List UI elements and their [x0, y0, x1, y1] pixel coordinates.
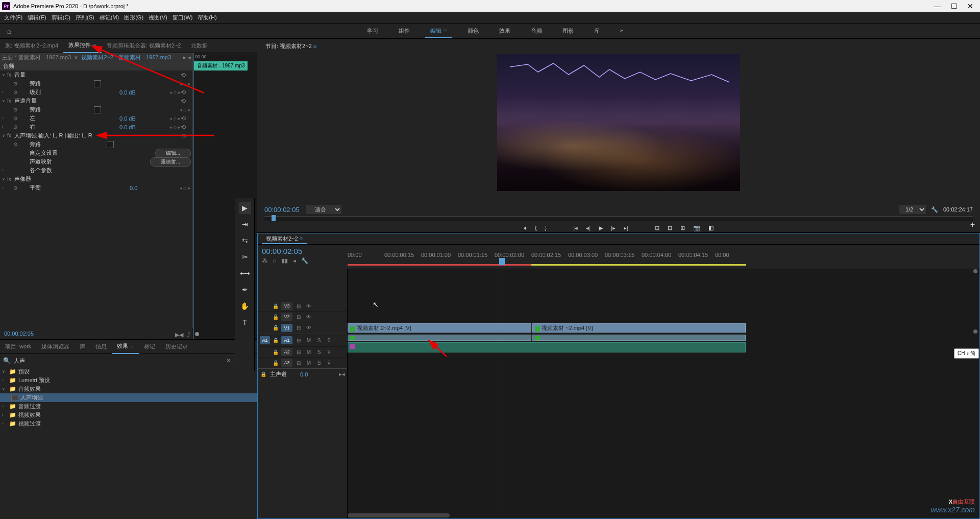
tab-markers[interactable]: 标记 [139, 340, 160, 353]
extract-icon[interactable]: ⊡ [668, 225, 672, 231]
track-master[interactable]: 🔒 主声道 0.0 ▸◂ [258, 368, 347, 380]
tab-audio-mixer[interactable]: 音频剪辑混合器: 视频素材2~2 [102, 39, 186, 53]
settings-tl-icon[interactable]: ◂ [293, 257, 296, 264]
ec-voice-channel-map[interactable]: 声道映射 重映射... [0, 157, 193, 166]
menu-window[interactable]: 窗口(W) [170, 13, 195, 22]
export-frame-icon[interactable]: ⊞ [680, 225, 685, 231]
tab-metadata[interactable]: 元数据 [186, 39, 213, 53]
tab-source[interactable]: 源: 视频素材2~2.mp4 [0, 39, 63, 53]
timeline-sequence-tab[interactable]: 视频素材2~2 ≡ [262, 234, 307, 244]
ec-fx-channel-volume[interactable]: ∨fx 声道音量 ⟲ [0, 97, 193, 105]
wrench-icon[interactable]: 🔧 [931, 206, 938, 213]
menu-graphics[interactable]: 图形(G) [122, 13, 145, 22]
program-scale-select[interactable]: 1/2 [899, 205, 926, 214]
menu-edit[interactable]: 编辑(E) [26, 13, 48, 22]
clip-v1-a[interactable]: 视频素材 2~2.mp4 [V] [348, 323, 531, 333]
program-playhead[interactable] [272, 215, 276, 221]
marker-tl-icon[interactable]: ▮▮ [282, 257, 288, 264]
ec-icon-1[interactable]: ▶◀ [175, 332, 183, 338]
tab-media-browser[interactable]: 媒体浏览器 [36, 340, 75, 353]
ec-voice-params[interactable]: › 各个参数 [0, 166, 193, 175]
program-timecode[interactable]: 00:00:02:05 [264, 206, 300, 214]
ec-fx-panner[interactable]: ∨fx 声像器 [0, 175, 193, 183]
ec-timecode[interactable]: 00:00:02:05 [0, 328, 193, 339]
tab-history[interactable]: 历史记录 [160, 340, 193, 353]
snap-icon[interactable]: ⁂ [262, 257, 267, 264]
out-point-icon[interactable]: } [545, 225, 547, 231]
effects-tree[interactable]: ∨📁预设 ›📁Lumetri 预设 ∨📁音频效果 人声增强 ›📁音频过渡 ›📁视… [0, 367, 257, 519]
workspace-audio[interactable]: 音频 [521, 24, 552, 38]
program-fit-select[interactable]: 适合 [306, 205, 341, 214]
step-fwd-icon[interactable]: |▸ [611, 225, 616, 231]
selection-tool-icon[interactable]: ▶ [239, 202, 251, 214]
slip-tool-icon[interactable]: ⟷ [239, 267, 251, 279]
in-point-icon[interactable]: { [535, 225, 537, 231]
tree-folder-presets[interactable]: ∨📁预设 [0, 367, 257, 376]
program-video-frame[interactable] [497, 54, 740, 191]
ec-voice-bypass[interactable]: ⊙ 旁路 [0, 140, 193, 149]
ec-panner-balance[interactable]: ›⊙ 平衡 0.0 ◂ ◇ ▸ [0, 183, 193, 192]
workspace-assembly[interactable]: 组件 [388, 24, 420, 38]
ec-fx-volume[interactable]: ∨fx 音量 ⟲ [0, 70, 193, 79]
maximize-button[interactable]: ☐ [946, 1, 962, 11]
marker-icon[interactable]: ♦ [524, 225, 527, 231]
minimize-button[interactable]: — [930, 1, 945, 11]
goto-in-icon[interactable]: |◂ [573, 225, 578, 231]
home-icon[interactable]: ⌂ [4, 26, 14, 36]
timeline-clips-area[interactable]: 视频素材 2~2.mp4 [V] 视频素材 ~2.mp4 [V] [348, 269, 979, 518]
link-icon[interactable]: ∩ [273, 257, 277, 264]
ec-volume-level[interactable]: ›⊙ 级别 0.0 dB ◂ ◇ ▸ ⟲ [0, 88, 193, 97]
workspace-overflow[interactable]: » [610, 24, 633, 38]
workspace-learn[interactable]: 学习 [357, 24, 388, 38]
tree-folder-audio-trans[interactable]: ›📁音频过渡 [0, 402, 257, 411]
step-back-icon[interactable]: ◂| [586, 225, 591, 231]
zoom-handle-mid[interactable] [973, 329, 977, 334]
ripple-tool-icon[interactable]: ⇆ [239, 234, 251, 247]
ec-channel-right[interactable]: ›⊙ 右 0.0 dB ◂ ◇ ▸ ⟲ [0, 123, 193, 131]
ec-voice-custom[interactable]: 自定义设置 编辑... [0, 149, 193, 157]
clip-v1-b[interactable]: 视频素材 ~2.mp4 [V] [532, 323, 746, 333]
track-a2[interactable]: 🔒 A2 ⊟MS🎙 [258, 347, 347, 358]
timeline-ruler[interactable]: 00:00 00:00:00:15 00:00:01:00 00:00:01:1… [348, 245, 979, 269]
edit-button[interactable]: 编辑... [155, 149, 191, 158]
tab-effects[interactable]: 效果≡ [112, 339, 138, 354]
bypass-checkbox[interactable] [94, 106, 101, 113]
track-a3[interactable]: 🔒 A3 ⊟MS🎙 [258, 358, 347, 368]
tab-effect-controls[interactable]: 效果控件≡ [63, 38, 101, 53]
ec-icon-2[interactable]: ⤴ [187, 332, 190, 338]
ec-channel-left[interactable]: ›⊙ 左 0.0 dB ◂ ◇ ▸ ⟲ [0, 114, 193, 123]
menu-help[interactable]: 帮助(H) [195, 13, 218, 22]
menu-view[interactable]: 视图(V) [146, 13, 169, 22]
track-v2[interactable]: 🔒 V2 ⊟👁 [258, 312, 347, 322]
clip-a2[interactable] [348, 342, 746, 352]
play-icon[interactable]: ▶ [599, 225, 603, 231]
ec-fx-voice-enhance[interactable]: ∨fx 人声增强 输入: L, R | 输出: L, R ⟲ [0, 131, 193, 140]
button-editor-icon[interactable]: + [970, 220, 975, 229]
timeline-playhead[interactable] [502, 261, 502, 269]
effects-search-input[interactable] [14, 358, 223, 364]
tab-project[interactable]: 项目: work [0, 340, 36, 353]
menu-file[interactable]: 文件(F) [2, 13, 24, 22]
workspace-graphics[interactable]: 图形 [552, 24, 584, 38]
clip-a1-b[interactable] [532, 335, 746, 341]
wrench-tl-icon[interactable]: 🔧 [301, 257, 308, 264]
track-v1[interactable]: 🔒 V1 ⊟👁 [258, 322, 347, 334]
close-button[interactable]: ✕ [963, 1, 978, 11]
bypass-checkbox[interactable] [107, 141, 114, 148]
workspace-effects[interactable]: 效果 [489, 24, 521, 38]
tab-info[interactable]: 信息 [90, 340, 112, 353]
goto-out-icon[interactable]: ▸| [624, 225, 628, 231]
clip-a1-a[interactable] [348, 335, 531, 341]
program-scrubber[interactable] [264, 216, 973, 221]
workspace-editing[interactable]: 编辑≡ [420, 24, 457, 38]
timeline-h-scroll[interactable] [348, 512, 979, 518]
track-select-tool-icon[interactable]: ⇥ [239, 218, 251, 230]
menu-clip[interactable]: 剪辑(C) [50, 13, 72, 22]
lift-icon[interactable]: ⊟ [655, 225, 659, 231]
program-tab[interactable]: 节目: 视频素材2~2 ≡ [261, 40, 321, 52]
ec-channel-bypass[interactable]: ⊙ 旁路 ◂ ◇ ▸ [0, 105, 193, 114]
menu-sequence[interactable]: 序列(S) [74, 13, 96, 22]
bypass-checkbox[interactable] [94, 80, 101, 87]
menu-markers[interactable]: 标记(M) [97, 13, 121, 22]
workspace-color[interactable]: 颜色 [457, 24, 489, 38]
